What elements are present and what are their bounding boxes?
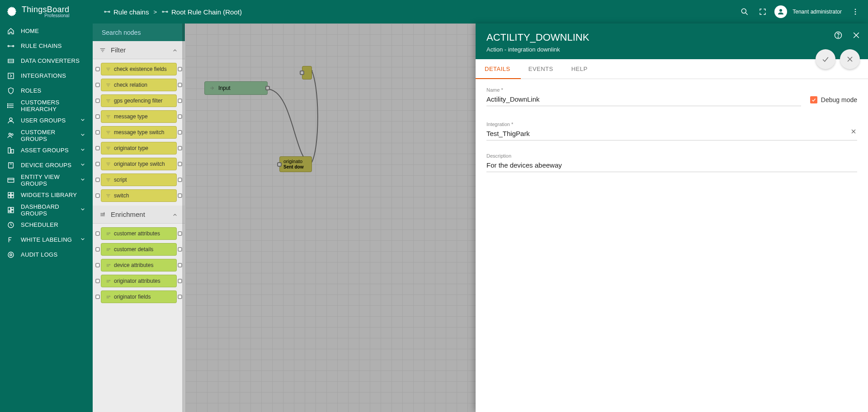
input-port[interactable]: [95, 83, 100, 87]
palette-node-chip[interactable]: device attributes: [101, 259, 177, 272]
input-port[interactable]: [95, 98, 100, 103]
palette-node[interactable]: customer attributes: [95, 227, 182, 240]
integration-input[interactable]: Test_ThigPark: [486, 129, 857, 140]
palette-node-chip[interactable]: script: [101, 173, 177, 186]
tab-details[interactable]: DETAILS: [476, 59, 519, 79]
input-port[interactable]: [95, 247, 100, 252]
output-port[interactable]: [178, 146, 182, 150]
palette-node-chip[interactable]: originator attributes: [101, 275, 177, 287]
palette-group-enrichment[interactable]: Enrichment: [93, 206, 185, 224]
palette-node-chip[interactable]: customer attributes: [101, 227, 177, 240]
breadcrumb-root[interactable]: Rule chains: [104, 8, 149, 16]
sidebar-item-white-labeling[interactable]: WHITE LABELING: [0, 232, 93, 247]
palette-node-chip[interactable]: check existence fields: [101, 63, 177, 75]
more-menu-icon[interactable]: [846, 3, 864, 21]
rule-chain-canvas[interactable]: Input originato Sent dow ACTILITY_DOWNLI…: [185, 23, 868, 412]
tab-help[interactable]: HELP: [562, 59, 597, 79]
output-port[interactable]: [178, 67, 182, 71]
palette-node-chip[interactable]: originator fields: [101, 290, 177, 303]
svg-point-23: [8, 105, 9, 106]
palette-node-chip[interactable]: check relation: [101, 79, 177, 91]
palette-node[interactable]: message type: [95, 110, 182, 123]
palette-node[interactable]: check relation: [95, 79, 182, 91]
output-port[interactable]: [178, 83, 182, 87]
palette-node[interactable]: originator type: [95, 142, 182, 154]
sidebar-item-customers-hierarchy[interactable]: CUSTOMERS HIERARCHY: [0, 98, 93, 113]
palette-node-chip[interactable]: originator type switch: [101, 158, 177, 170]
sidebar-item-data-converters[interactable]: DATA CONVERTERS: [0, 53, 93, 68]
palette-node-chip[interactable]: customer details: [101, 243, 177, 256]
drawer-close-icon[interactable]: [852, 31, 861, 42]
sidebar-item-scheduler[interactable]: SCHEDULER: [0, 217, 93, 232]
tab-events[interactable]: EVENTS: [519, 59, 562, 79]
input-port[interactable]: [95, 162, 100, 166]
breadcrumb-current[interactable]: Root Rule Chain (Root): [161, 8, 242, 16]
apply-button[interactable]: [816, 49, 835, 69]
output-port[interactable]: [178, 98, 182, 103]
palette-node[interactable]: check existence fields: [95, 63, 182, 75]
palette-node[interactable]: switch: [95, 189, 182, 202]
output-port[interactable]: [178, 114, 182, 119]
search-icon[interactable]: [736, 3, 754, 21]
description-input[interactable]: For the devices abeeway: [486, 160, 857, 172]
sidebar-item-roles[interactable]: ROLES: [0, 83, 93, 98]
palette-node[interactable]: originator attributes: [95, 275, 182, 287]
palette-node[interactable]: customer details: [95, 243, 182, 256]
palette-node[interactable]: originator fields: [95, 290, 182, 303]
palette-node-chip[interactable]: switch: [101, 189, 177, 202]
output-port[interactable]: [178, 231, 182, 236]
palette-node-chip[interactable]: message type: [101, 110, 177, 123]
sidebar-item-audit-logs[interactable]: AUDIT LOGS: [0, 247, 93, 262]
palette-search-input[interactable]: [102, 29, 181, 36]
drawer-help-icon[interactable]: [834, 31, 843, 42]
sidebar-item-rule-chains[interactable]: RULE CHAINS: [0, 38, 93, 53]
palette-node[interactable]: script: [95, 173, 182, 186]
sidebar-item-asset-groups[interactable]: ASSET GROUPS: [0, 143, 93, 158]
input-port[interactable]: [95, 279, 100, 283]
user-avatar[interactable]: [772, 3, 790, 21]
sidebar-item-home[interactable]: HOME: [0, 23, 93, 38]
palette-group-filter[interactable]: Filter: [93, 41, 185, 59]
cancel-button[interactable]: [840, 49, 860, 69]
fullscreen-icon[interactable]: [754, 3, 772, 21]
sidebar-item-entity-view-groups[interactable]: ENTITY VIEW GROUPS: [0, 173, 93, 187]
output-port[interactable]: [178, 130, 182, 135]
input-port[interactable]: [95, 146, 100, 150]
sidebar-item-integrations[interactable]: INTEGRATIONS: [0, 68, 93, 83]
debug-mode-checkbox[interactable]: Debug mode: [810, 96, 857, 106]
output-port[interactable]: [178, 247, 182, 252]
output-port[interactable]: [178, 162, 182, 166]
sidebar-item-customer-groups[interactable]: CUSTOMER GROUPS: [0, 128, 93, 143]
input-port[interactable]: [95, 130, 100, 135]
palette-node[interactable]: message type switch: [95, 126, 182, 139]
palette-search: [93, 23, 185, 41]
description-label: Description: [486, 153, 857, 159]
palette-node-label: check relation: [114, 82, 147, 88]
palette-node-chip[interactable]: originator type: [101, 142, 177, 154]
sidebar-item-dashboard-groups[interactable]: DASHBOARD GROUPS: [0, 202, 93, 217]
output-port[interactable]: [178, 295, 182, 299]
palette-node-chip[interactable]: gps geofencing filter: [101, 94, 177, 107]
sidebar-item-user-groups[interactable]: USER GROUPS: [0, 113, 93, 128]
input-port[interactable]: [95, 231, 100, 236]
clear-integration-icon[interactable]: [850, 128, 857, 137]
svg-rect-30: [9, 163, 14, 168]
input-port[interactable]: [95, 67, 100, 71]
palette-node-chip[interactable]: message type switch: [101, 126, 177, 139]
output-port[interactable]: [178, 193, 182, 198]
input-port[interactable]: [95, 295, 100, 299]
name-input[interactable]: Actility_DownLink: [486, 94, 801, 106]
output-port[interactable]: [178, 178, 182, 182]
palette-node[interactable]: gps geofencing filter: [95, 94, 182, 107]
output-port[interactable]: [178, 263, 182, 267]
input-port[interactable]: [95, 114, 100, 119]
output-port[interactable]: [178, 279, 182, 283]
sidebar-item-widgets-library[interactable]: WIDGETS LIBRARY: [0, 187, 93, 202]
input-port[interactable]: [95, 263, 100, 267]
input-port[interactable]: [95, 193, 100, 198]
input-port[interactable]: [95, 178, 100, 182]
palette-node[interactable]: originator type switch: [95, 158, 182, 170]
node-type-icon: [105, 262, 111, 268]
palette-node[interactable]: device attributes: [95, 259, 182, 272]
sidebar-item-device-groups[interactable]: DEVICE GROUPS: [0, 158, 93, 173]
